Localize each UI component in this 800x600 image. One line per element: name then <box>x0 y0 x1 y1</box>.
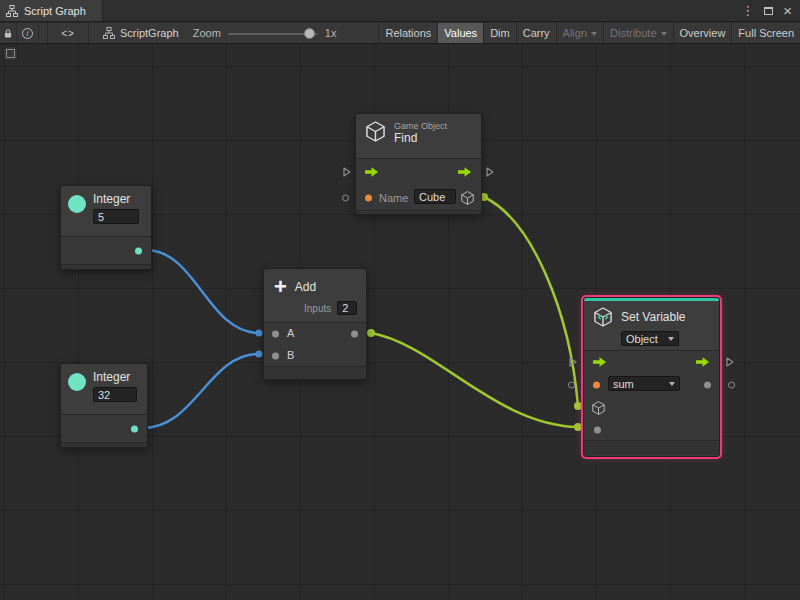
zoom-label: Zoom <box>193 27 221 39</box>
value-in-hint-icon[interactable] <box>342 195 349 202</box>
align-button[interactable]: Align <box>556 23 603 43</box>
value-input-port[interactable] <box>594 427 601 434</box>
node-footer <box>61 264 151 269</box>
node-footer <box>584 440 719 455</box>
chevron-down-icon <box>669 382 675 386</box>
integer-icon <box>68 373 86 391</box>
wire-endpoint <box>367 329 375 337</box>
flow-in-port[interactable] <box>365 167 379 178</box>
gameobject-output-port[interactable] <box>461 191 474 205</box>
flow-out-port[interactable] <box>696 357 710 368</box>
integer-icon <box>68 195 86 213</box>
script-graph-icon <box>6 5 18 17</box>
wire-endpoint <box>574 423 582 431</box>
integer-value-field[interactable]: 32 <box>93 387 137 402</box>
info-button[interactable]: i <box>17 23 39 43</box>
inputs-label: Inputs <box>304 303 331 314</box>
output-port-sum[interactable] <box>351 331 358 338</box>
tab-title: Script Graph <box>24 5 86 17</box>
zoom-slider[interactable] <box>228 23 318 43</box>
lock-icon <box>4 28 12 39</box>
object-target-port[interactable] <box>592 401 605 415</box>
canvas-corner-button[interactable] <box>3 46 18 61</box>
graph-breadcrumb-icon <box>103 27 115 39</box>
maximize-icon[interactable] <box>764 4 773 17</box>
node-footer <box>61 442 147 447</box>
window-controls: ⋮ × <box>741 0 800 21</box>
value-out-hint-icon[interactable] <box>728 382 735 389</box>
flow-out-hint-icon[interactable] <box>486 167 494 177</box>
node-integer-2[interactable]: Integer 32 <box>60 363 148 448</box>
input-port-a[interactable] <box>272 331 279 338</box>
fullscreen-button[interactable]: Full Screen <box>731 23 800 43</box>
zoom-slider-handle[interactable] <box>304 28 315 39</box>
close-icon[interactable]: × <box>783 3 792 18</box>
node-add[interactable]: + Add Inputs 2 A B <box>263 268 367 380</box>
gameobject-cube-icon <box>366 121 385 142</box>
port-b-label: B <box>287 349 294 361</box>
flow-out-port[interactable] <box>458 167 472 178</box>
chevron-down-icon <box>591 32 597 36</box>
inputs-count-field[interactable]: 2 <box>337 301 357 315</box>
title-bar: Script Graph ⋮ × <box>0 0 800 22</box>
node-title: Integer <box>93 370 141 384</box>
variable-name-dropdown[interactable]: sum <box>608 376 680 391</box>
chevron-down-icon <box>668 337 674 341</box>
name-value-field[interactable]: Cube <box>414 189 456 204</box>
wire-integer2-to-add-b[interactable] <box>142 354 259 428</box>
variable-scope-dropdown[interactable]: Object <box>621 331 679 346</box>
dim-button[interactable]: Dim <box>483 23 516 43</box>
node-set-variable[interactable]: Set Variable Object sum <box>583 297 720 457</box>
name-label: Name <box>379 192 408 204</box>
lock-button[interactable] <box>0 23 17 43</box>
node-title: Integer <box>93 192 145 206</box>
flow-out-hint-icon[interactable] <box>726 357 734 367</box>
flow-in-port[interactable] <box>593 357 607 368</box>
node-category: Game Object <box>394 121 447 131</box>
port-a-label: A <box>287 327 294 339</box>
name-in-hint-icon[interactable] <box>568 382 575 389</box>
wire-find-to-setvariable-object[interactable] <box>484 197 578 406</box>
wire-endpoint <box>574 402 582 410</box>
flow-in-hint-icon[interactable] <box>343 167 351 177</box>
values-button[interactable]: Values <box>437 23 483 43</box>
node-title: Add <box>295 280 316 294</box>
chevron-down-icon <box>661 32 667 36</box>
node-title: Set Variable <box>621 310 685 324</box>
integer-output-port[interactable] <box>135 247 142 254</box>
flow-in-hint-icon[interactable] <box>569 357 577 367</box>
breadcrumb[interactable]: ScriptGraph <box>103 23 179 43</box>
graph-toolbar: i <> ScriptGraph Zoom 1x Relations Value… <box>0 23 800 44</box>
integer-output-port[interactable] <box>131 425 138 432</box>
zoom-value: 1x <box>325 27 337 39</box>
wire-endpoint <box>256 330 263 337</box>
name-input-port[interactable] <box>365 195 372 202</box>
variable-name-port[interactable] <box>593 382 600 389</box>
set-variable-icon <box>594 307 612 327</box>
breadcrumb-label: ScriptGraph <box>120 27 179 39</box>
value-output-port[interactable] <box>704 382 711 389</box>
code-toggle-button[interactable]: <> <box>47 23 89 43</box>
menu-icon[interactable]: ⋮ <box>741 4 754 17</box>
carry-button[interactable]: Carry <box>516 23 556 43</box>
node-title: Find <box>394 131 447 145</box>
graph-canvas[interactable]: Integer 5 Integer 32 + Add <box>0 44 800 600</box>
integer-value-field[interactable]: 5 <box>93 209 139 224</box>
node-gameobject-find[interactable]: Game Object Find Name Cube <box>355 113 482 215</box>
add-icon: + <box>274 277 287 297</box>
node-footer <box>264 366 366 379</box>
distribute-button[interactable]: Distribute <box>603 23 672 43</box>
node-integer-1[interactable]: Integer 5 <box>60 185 152 270</box>
info-icon: i <box>22 28 33 39</box>
input-port-b[interactable] <box>272 353 279 360</box>
zoom-group: Zoom 1x <box>193 23 337 43</box>
toolbar-buttons: Relations Values Dim Carry Align Distrib… <box>378 23 800 43</box>
relations-button[interactable]: Relations <box>378 23 437 43</box>
wire-integer1-to-add-a[interactable] <box>146 250 259 333</box>
wire-endpoint <box>256 351 263 358</box>
wire-add-to-setvariable-value[interactable] <box>371 333 578 427</box>
overview-button[interactable]: Overview <box>673 23 732 43</box>
tab-script-graph[interactable]: Script Graph <box>0 0 103 21</box>
